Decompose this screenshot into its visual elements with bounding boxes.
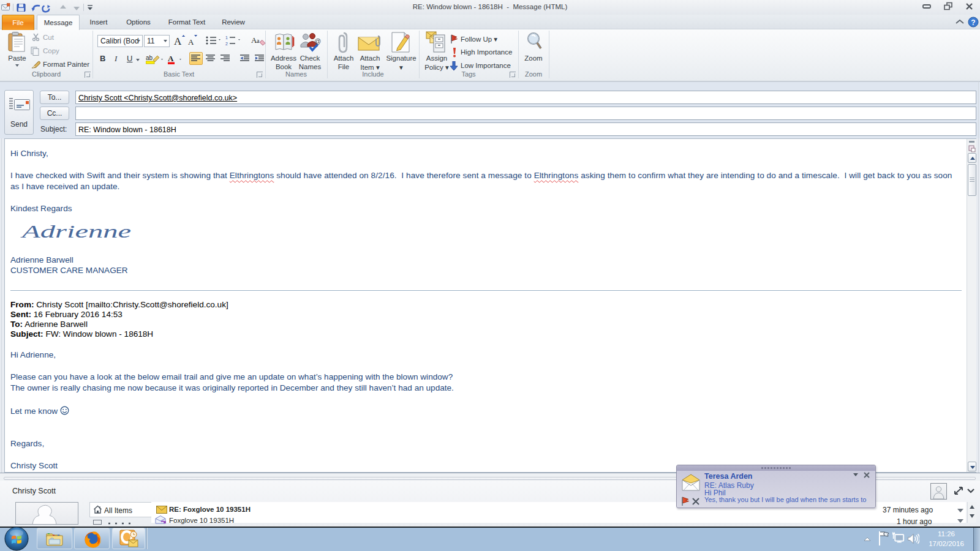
svg-text:A: A [188,37,194,47]
svg-text:A: A [168,54,174,63]
svg-text:?: ? [971,18,975,27]
svg-text:a: a [257,37,260,44]
svg-text:1: 1 [225,36,228,40]
svg-text:ab: ab [146,54,153,61]
svg-text:A: A [174,36,182,47]
svg-text:2: 2 [225,42,228,46]
svg-text:@: @ [314,37,321,45]
